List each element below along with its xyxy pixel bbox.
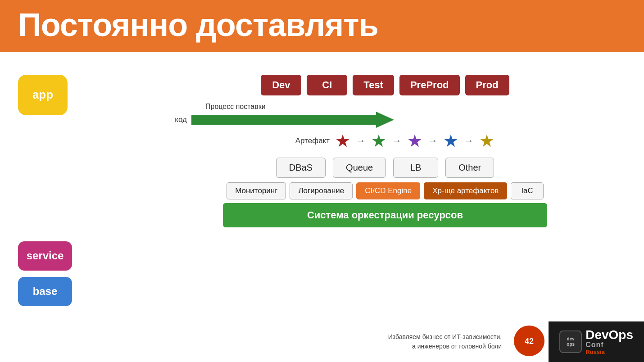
arrow-4: → — [464, 135, 474, 147]
process-label: Процесс поставки — [205, 103, 266, 111]
devops-label: DevOps — [585, 329, 633, 341]
kod-label: код — [162, 115, 187, 124]
star-preprod: ★ — [443, 132, 458, 149]
left-panel: app service base — [18, 66, 117, 306]
service-box: service — [18, 241, 72, 271]
stage-preprod: PreProd — [399, 75, 460, 95]
delivery-arrow — [191, 112, 394, 128]
base-label: base — [33, 285, 58, 298]
arrow-2: → — [392, 135, 402, 147]
footer: Избавляем бизнес от ИТ-зависимости, а ин… — [379, 321, 644, 362]
russia-label: Russia — [585, 348, 605, 355]
stage-prod: Prod — [465, 75, 509, 95]
tools-row: Мониторинг Логирование CI/CD Engine Хр-щ… — [227, 182, 544, 199]
service-other: Other — [445, 158, 494, 178]
base-box: base — [18, 277, 72, 306]
bottom-section: DBaS Queue LB Other Мониторинг Логирован… — [144, 158, 626, 227]
tool-iac: IaC — [511, 182, 543, 199]
devops-mascot: 42 — [513, 325, 545, 357]
page-title: Постоянно доставлять — [18, 8, 626, 42]
tagline-line2: а инженеров от головной боли — [412, 342, 502, 351]
star-test: ★ — [407, 132, 422, 149]
star-dev: ★ — [335, 132, 350, 149]
orchestration-bar: Система оркестрации ресурсов — [223, 203, 547, 227]
svg-text:42: 42 — [525, 337, 534, 346]
app-box: app — [18, 75, 68, 115]
arrow-1: → — [356, 135, 366, 147]
stage-ci: CI — [307, 75, 347, 95]
footer-tagline: Избавляем бизнес от ИТ-зависимости, а ин… — [379, 321, 510, 362]
app-label: app — [32, 88, 53, 102]
star-ci: ★ — [371, 132, 386, 149]
tool-cicd: CI/CD Engine — [356, 182, 420, 199]
footer-logo-area: devops DevOps Conf Russia — [549, 321, 644, 362]
devops-icon: devops — [559, 330, 582, 353]
conf-label: Conf — [585, 341, 603, 348]
diagram-panel: Dev CI Test PreProd Prod Процесс поставк… — [117, 66, 626, 306]
stage-test: Test — [353, 75, 394, 95]
artifact-label: Артефакт — [294, 136, 330, 145]
service-queue: Queue — [333, 158, 386, 178]
service-dbas: DBaS — [276, 158, 326, 178]
tool-logging: Логирование — [290, 182, 353, 199]
devops-text: DevOps Conf Russia — [585, 329, 633, 355]
header-banner: Постоянно доставлять — [0, 0, 644, 52]
arrow-3: → — [428, 135, 438, 147]
services-row: DBaS Queue LB Other — [276, 158, 494, 178]
devops-conf-logo: devops DevOps Conf Russia — [559, 329, 633, 355]
star-prod: ★ — [479, 132, 494, 149]
tagline-line1: Избавляем бизнес от ИТ-зависимости, — [388, 332, 502, 342]
service-label: service — [27, 249, 64, 262]
stage-dev: Dev — [261, 75, 301, 95]
tool-artifacts: Хр-ще артефактов — [424, 182, 507, 199]
service-lb: LB — [393, 158, 438, 178]
tool-monitoring: Мониторинг — [227, 182, 286, 199]
main-content: app service base Dev CI Test PreProd Pro… — [0, 52, 644, 311]
pipeline-row: Dev CI Test PreProd Prod — [261, 75, 509, 95]
